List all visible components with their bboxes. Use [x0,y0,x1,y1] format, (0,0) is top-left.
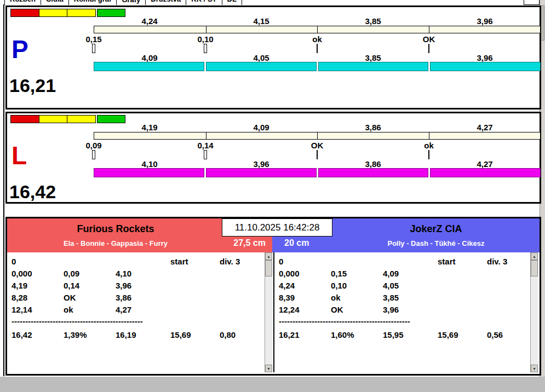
reference-scale-bar [94,26,541,33]
team-name: Furious Rockets [7,223,224,235]
table-cell: 0,80 [220,330,262,339]
table-cell: 15,95 [383,330,438,339]
table-row: 8,39 ok 3,85 [279,291,528,303]
table-cell: 16,21 [279,330,331,339]
traffic-red-segment [10,9,39,17]
split-marker-tick [204,150,207,159]
segment-value: 3,86 [317,159,429,169]
table-cell: 12,24 [279,305,331,314]
tab-druzstva[interactable]: Družstvá [145,0,186,5]
table-cell: 4,19 [12,281,64,290]
scroll-up-button[interactable]: ▲ [265,252,272,260]
split-marker-tick [428,150,429,159]
tab-kk-st[interactable]: KK / ST [186,0,221,5]
team-result-table-right: 0 start div. 3 0,000 0,15 4,09 4,24 0,10… [273,252,538,372]
tab-grafy[interactable]: Grafy [116,0,145,5]
split-bar [430,62,541,71]
split-marker-tick [92,150,95,159]
total-time: 16,42 [9,182,56,201]
window-left-border [3,4,4,376]
traffic-light-indicator [10,9,125,17]
team-members: Ela - Bonnie - Gappasia - Furry [7,239,224,247]
traffic-yellow-segment-2 [67,115,96,123]
table-cell: 4,09 [383,269,438,278]
table-cell: 0,56 [487,330,528,339]
tab-dl[interactable]: DL [222,0,242,5]
segment-value: 4,19 [94,123,205,132]
table-cell: 0 [12,257,64,266]
upper-split-values: 4,19 4,09 3,86 4,27 [94,123,541,132]
table-cell: 8,28 [12,293,64,302]
table-row: 12,24 OK 3,96 [279,303,528,315]
scrollbar-thumb[interactable] [531,260,538,276]
table-row: 12,14 ok 4,27 [12,303,262,315]
table-cell: 12,14 [12,305,64,314]
lower-split-values: 4,09 4,05 3,85 3,96 [94,53,541,62]
split-marker-label: 0,15 [85,34,101,44]
table-cell: OK [64,293,116,302]
height-category: 27,5 cm [233,238,266,248]
table-cell: 15,69 [438,330,487,339]
table-cell: div. 3 [220,257,262,266]
split-marker-tick [428,44,429,53]
table-scrollbar[interactable]: ▲ ▼ [265,252,272,372]
table-cell: 1,60% [331,330,383,339]
split-time-bars [94,62,541,71]
segment-value: 3,85 [317,16,429,26]
table-row: 4,24 0,10 4,05 [279,279,528,291]
segment-value: 3,86 [317,123,429,132]
window-scrollbar-thumb[interactable] [541,5,544,41]
window-bottom-strip [0,377,545,392]
table-cell: 8,39 [279,293,331,302]
tab-cidla[interactable]: Čidla [41,0,68,5]
table-cell: start [438,257,487,266]
scroll-down-icon: ▼ [267,367,271,371]
traffic-red-segment [10,115,39,123]
table-cell: 16,42 [12,330,64,339]
split-marker-label: OK [423,34,435,44]
split-bar [318,62,429,71]
traffic-yellow-segment-1 [39,9,68,17]
table-cell: 3,85 [383,293,438,302]
scrollbar-thumb[interactable] [265,260,272,276]
table-cell: OK [331,305,383,314]
lane-panel-l: 4,19 4,09 3,86 4,27 0,09 0,14 OK ok L 4,… [5,112,541,204]
table-row: 4,19 0,14 3,96 [12,279,262,291]
split-time-bars [94,168,541,177]
table-cell: 0,14 [64,281,116,290]
table-totals-row: 16,42 1,39% 16,19 15,69 0,80 [12,328,262,341]
tab-kombi-graf[interactable]: Kombi graf [68,0,117,5]
split-marker-label: ok [424,141,434,150]
tab-bar: Rozbeh Čidla Kombi graf Grafy Družstvá K… [4,0,524,5]
table-row: 0,000 0,15 4,09 [279,267,528,279]
table-header-row: 0 start div. 3 [279,255,528,267]
table-cell: start [170,257,220,266]
scroll-down-button[interactable]: ▼ [531,365,538,372]
table-cell: 3,96 [116,281,170,290]
table-cell: 4,05 [383,281,438,290]
scroll-up-icon: ▲ [532,255,536,258]
tab-rozbeh[interactable]: Rozbeh [4,0,41,5]
lane-letter: P [12,37,28,62]
traffic-yellow-segment-2 [67,9,96,17]
table-cell: 1,39% [64,330,116,339]
scoreboard: Furious Rockets Ela - Bonnie - Gappasia … [5,217,541,376]
split-marker-tick [92,44,95,53]
traffic-green-segment [97,9,126,17]
table-scrollbar[interactable]: ▲ ▼ [530,252,538,372]
traffic-light-indicator [10,115,125,123]
segment-value: 4,24 [94,16,205,26]
team-members: Polly - Dash - Tükhé - Cikesz [332,239,540,247]
table-row: 8,28 OK 3,86 [12,291,262,303]
table-totals-row: 16,21 1,60% 15,95 15,69 0,56 [279,328,528,341]
segment-value: 4,09 [94,53,205,62]
traffic-yellow-segment-1 [39,115,68,123]
split-marker-label: ok [312,34,322,44]
scroll-up-button[interactable]: ▲ [531,252,538,260]
table-cell: 3,86 [116,293,170,302]
table-cell: ok [64,305,116,314]
scroll-down-button[interactable]: ▼ [265,365,272,372]
reference-scale-bar [94,132,541,140]
tab-strip-end-box [524,0,540,5]
team-result-table-left: 0 start div. 3 0,000 0,09 4,10 4,19 0,14… [7,252,272,372]
